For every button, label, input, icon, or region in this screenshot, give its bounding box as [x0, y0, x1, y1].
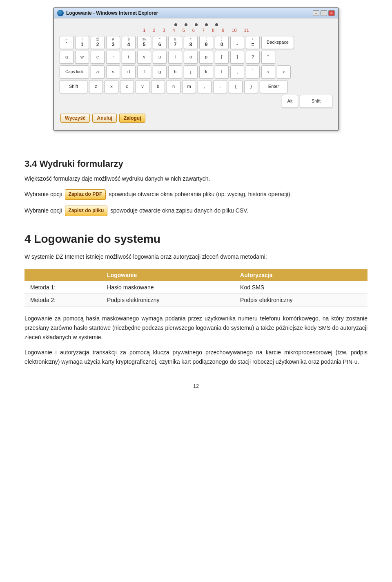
section-4-para1: Logowanie za pomocą hasła maskowanego wy…	[24, 314, 368, 342]
key-rbracket[interactable]: ]	[230, 51, 244, 64]
keyboard-buttons: Wyczyść Anuluj Zaloguj	[60, 111, 332, 123]
key-6[interactable]: ^6	[153, 36, 167, 49]
key-quote[interactable]: "	[261, 51, 275, 64]
key-shift-right[interactable]: Shift	[300, 95, 332, 108]
pin-dot-1	[174, 23, 177, 26]
key-alt[interactable]: Alt	[282, 95, 298, 108]
key-k[interactable]: k	[199, 65, 213, 78]
pin-dot-4	[205, 23, 208, 26]
zapisz-do-pdf-button[interactable]: Zapisz do PDF	[65, 189, 106, 200]
table-cell-autoryzacja-1: Kod SMS	[234, 281, 368, 294]
maximize-button[interactable]: □	[321, 10, 327, 16]
key-d[interactable]: d	[122, 65, 136, 78]
key-backspace[interactable]: Backspace	[261, 36, 294, 49]
table-row: Metoda 2: Podpis elektroniczny Podpis el…	[24, 293, 368, 306]
key-g[interactable]: g	[153, 65, 167, 78]
section-34-para2-pre: Wybranie opcji	[24, 191, 62, 197]
key-u[interactable]: u	[153, 51, 167, 64]
key-z[interactable]: z	[89, 80, 103, 93]
key-rbrace[interactable]: }	[244, 80, 258, 93]
key-gt[interactable]: >	[277, 65, 291, 78]
key-lbrace[interactable]: {	[229, 80, 243, 93]
zaloguj-button[interactable]: Zaloguj	[119, 114, 146, 123]
key-9[interactable]: (9	[199, 36, 213, 49]
key-period[interactable]: .	[213, 80, 227, 93]
key-v[interactable]: v	[136, 80, 149, 93]
wyczys-button[interactable]: Wyczyść	[60, 114, 90, 123]
key-h[interactable]: h	[168, 65, 182, 78]
key-shift-left[interactable]: Shift	[60, 80, 87, 93]
key-j[interactable]: j	[184, 65, 198, 78]
key-3[interactable]: #3	[106, 36, 120, 49]
key-grave2[interactable]: `	[246, 65, 260, 78]
key-p[interactable]: p	[199, 51, 213, 64]
key-7[interactable]: &7	[168, 36, 182, 49]
pin-dot-3	[195, 23, 198, 26]
keyboard-row-5: Alt Shift	[60, 95, 332, 108]
browser-titlebar: Logowanie - Windows Internet Explorer – …	[54, 8, 338, 18]
key-8[interactable]: *8	[184, 36, 198, 49]
section-34-para2: Wybranie opcji Zapisz do PDF spowoduje o…	[24, 189, 368, 200]
key-equal[interactable]: +=	[246, 36, 260, 49]
key-t[interactable]: t	[122, 51, 136, 64]
table-row: Metoda 1: Hasło maskowane Kod SMS	[24, 281, 368, 294]
key-a[interactable]: a	[91, 65, 105, 78]
section-34-para3-pre: Wybranie opcji	[24, 207, 62, 214]
key-lt[interactable]: <	[261, 65, 275, 78]
key-4[interactable]: $4	[122, 36, 136, 49]
key-x[interactable]: x	[105, 80, 118, 93]
ie-icon	[57, 10, 64, 16]
key-1[interactable]: !1	[75, 36, 89, 49]
key-s[interactable]: s	[106, 65, 120, 78]
key-b[interactable]: b	[151, 80, 165, 93]
pin-dots-row	[60, 23, 332, 26]
key-o[interactable]: o	[184, 51, 198, 64]
anuluj-button[interactable]: Anuluj	[92, 114, 116, 123]
table-col-empty	[24, 269, 101, 281]
key-semicolon[interactable]: ;	[230, 65, 244, 78]
close-button[interactable]: ✕	[328, 10, 335, 16]
table-col-autoryzacja: Autoryzacja	[234, 269, 368, 281]
browser-window: Logowanie - Windows Internet Explorer – …	[53, 7, 339, 131]
section-34-para2-post: spowoduje otwarcie okna pobierania pliku…	[109, 191, 292, 197]
section-4-heading: 4 Logowanie do systemu	[24, 233, 368, 246]
key-0[interactable]: )0	[215, 36, 229, 49]
minimize-button[interactable]: –	[313, 10, 319, 16]
section-34-para3: Wybranie opcji Zapisz do pliku spowoduje…	[24, 206, 368, 216]
section-34-heading: 3.4 Wydruki formularzy	[24, 159, 368, 169]
key-enter[interactable]: Enter	[260, 80, 287, 93]
key-capslock[interactable]: Caps lock	[60, 65, 89, 78]
key-f[interactable]: f	[137, 65, 151, 78]
key-m[interactable]: m	[182, 80, 196, 93]
table-cell-logowanie-2: Podpis elektroniczny	[101, 293, 234, 306]
key-i[interactable]: i	[168, 51, 182, 64]
browser-title: Logowanie - Windows Internet Explorer	[66, 10, 310, 16]
key-lbracket[interactable]: [	[215, 51, 229, 64]
key-w[interactable]: w	[75, 51, 89, 64]
key-backtick[interactable]: ~`	[60, 36, 74, 49]
key-l[interactable]: l	[215, 65, 229, 78]
key-c[interactable]: c	[120, 80, 134, 93]
key-comma[interactable]: ,	[198, 80, 212, 93]
zapisz-do-pliku-button[interactable]: Zapisz do pliku	[65, 206, 108, 216]
keyboard-row-2: q w e r t y u i o p [ ] ? "	[60, 51, 332, 64]
key-n[interactable]: n	[167, 80, 180, 93]
key-e[interactable]: e	[91, 51, 105, 64]
section-4-intro: W systemie DZ Internet istnieje możliwoś…	[24, 252, 368, 262]
table-cell-logowanie-1: Hasło maskowane	[101, 281, 234, 294]
key-y[interactable]: y	[137, 51, 151, 64]
key-question[interactable]: ?	[246, 51, 260, 64]
table-cell-autoryzacja-2: Podpis elektroniczny	[234, 293, 368, 306]
window-controls: – □ ✕	[313, 10, 335, 16]
pin-numbers-row: 1 2 3 4 5 6 7 8 9 10 11	[60, 28, 332, 33]
table-cell-label-2: Metoda 2:	[24, 293, 101, 306]
table-col-logowanie: Logowanie	[101, 269, 234, 281]
key-5[interactable]: %5	[137, 36, 151, 49]
keyboard-row-1: ~` !1 @2 #3 $4 %5 ^6 &7 *8 (9 )0 _- += B…	[60, 36, 332, 49]
key-q[interactable]: q	[60, 51, 74, 64]
key-minus[interactable]: _-	[230, 36, 244, 49]
key-r[interactable]: r	[106, 51, 120, 64]
pin-dot-5	[215, 23, 218, 26]
page-content: 3.4 Wydruki formularzy Większość formula…	[0, 138, 392, 405]
key-2[interactable]: @2	[91, 36, 105, 49]
